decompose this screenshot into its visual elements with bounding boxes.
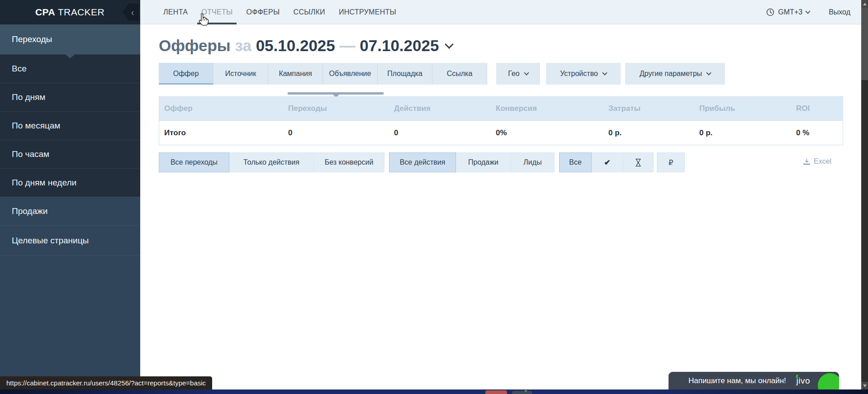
- tab-label: Кампания: [279, 70, 312, 78]
- tab-istochnik[interactable]: Источник: [213, 63, 268, 85]
- totals-label: Итого: [159, 128, 283, 138]
- sidebar-item-label: По дням недели: [12, 178, 76, 188]
- filter-label: Все действия: [400, 158, 446, 166]
- tab-offer[interactable]: Оффер: [159, 63, 213, 85]
- sidebar-item-po-dnyam[interactable]: По дням: [0, 83, 140, 111]
- chat-message: Напишите нам, мы онлайн!: [688, 376, 786, 385]
- dropdown-drugie-parametry[interactable]: Другие параметры: [625, 63, 725, 85]
- sidebar-header: CPA TRACKER ‹: [0, 0, 140, 24]
- scrollbar-thumb[interactable]: [861, 8, 868, 80]
- top-navigation: ЛЕНТА ОТЧЕТЫ ОФФЕРЫ ССЫЛКИ ИНСТРУМЕНТЫ: [157, 0, 403, 24]
- filter-lidy[interactable]: Лиды: [511, 152, 555, 172]
- sidebar-item-prodazhi[interactable]: Продажи: [0, 197, 140, 225]
- tab-ploschadka[interactable]: Площадка: [378, 63, 432, 85]
- chevron-down-icon: [602, 70, 607, 75]
- filter-vse-deystviya[interactable]: Все действия: [389, 152, 456, 172]
- filter-vse-perekhody[interactable]: Все переходы: [159, 152, 229, 172]
- filter-status-vse[interactable]: Все: [559, 152, 592, 172]
- column-header-roi[interactable]: ROI: [791, 104, 843, 113]
- filter-tolko-deystviya[interactable]: Только действия: [229, 152, 314, 172]
- column-header-offer[interactable]: Оффер: [159, 104, 283, 113]
- filter-label: Лиды: [523, 158, 541, 166]
- filter-label: Все: [569, 158, 582, 166]
- totals-pribyl: 0 р.: [694, 128, 791, 138]
- taskbar-gray-button[interactable]: [512, 391, 532, 394]
- date-to[interactable]: 07.10.2025: [360, 37, 439, 54]
- report-table: Оффер Переходы Действия Конверсия Затрат…: [159, 96, 843, 145]
- taskbar-green-dot: [525, 390, 527, 392]
- sidebar-item-perekhody[interactable]: Переходы: [0, 24, 140, 54]
- nav-label: ССЫЛКИ: [294, 8, 325, 16]
- nav-item-instrumenty[interactable]: ИНСТРУМЕНТЫ: [332, 0, 403, 24]
- filter-status-pending[interactable]: [623, 152, 654, 172]
- sidebar-item-label: По часам: [12, 149, 49, 159]
- tab-ssylka[interactable]: Ссылка: [432, 63, 487, 85]
- totals-roi: 0 %: [791, 128, 843, 138]
- logout-link[interactable]: Выход: [829, 8, 850, 16]
- dropdown-ustroystvo[interactable]: Устройство: [546, 63, 621, 85]
- status-url-text: https://cabinet.cpatracker.ru/users/4825…: [6, 379, 206, 387]
- tab-kampaniya[interactable]: Кампания: [268, 63, 323, 85]
- scrollbar-up-button[interactable]: [861, 0, 868, 8]
- column-header-zatraty[interactable]: Затраты: [603, 104, 694, 113]
- sidebar-item-vse[interactable]: Все: [0, 54, 140, 83]
- date-from[interactable]: 05.10.2025: [256, 37, 335, 54]
- title-entity: Офферы: [159, 37, 231, 54]
- sort-indicator: [288, 92, 384, 95]
- dropdown-geo[interactable]: Гео: [496, 63, 540, 85]
- totals-zatraty: 0 р.: [603, 128, 694, 138]
- sidebar-item-po-dnyam-nedeli[interactable]: По дням недели: [0, 168, 140, 197]
- browser-scrollbar[interactable]: [861, 0, 868, 394]
- check-icon: ✔: [604, 158, 610, 167]
- sidebar-item-label: По месяцам: [12, 121, 60, 131]
- timezone-selector[interactable]: GMT+3: [766, 8, 810, 16]
- tab-obyavlenie[interactable]: Объявление: [323, 63, 378, 85]
- logout-label: Выход: [829, 8, 850, 16]
- tab-label: Объявление: [329, 70, 371, 78]
- filter-bar: Все переходы Только действия Без конверс…: [159, 152, 685, 172]
- nav-label: ЛЕНТА: [163, 8, 188, 16]
- triangle-down-icon: [863, 385, 867, 387]
- filter-prodazhi[interactable]: Продажи: [455, 152, 511, 172]
- app-logo: CPA TRACKER: [35, 7, 104, 18]
- logo-rest: TRACKER: [55, 7, 104, 17]
- nav-item-offery[interactable]: ОФФЕРЫ: [239, 0, 286, 24]
- nav-item-otchety[interactable]: ОТЧЕТЫ: [194, 0, 239, 24]
- topbar: ЛЕНТА ОТЧЕТЫ ОФФЕРЫ ССЫЛКИ ИНСТРУМЕНТЫ G…: [140, 0, 861, 24]
- rouble-icon: ₽: [669, 158, 673, 167]
- status-filter-group: Все ✔: [559, 152, 654, 172]
- nav-item-lenta[interactable]: ЛЕНТА: [157, 0, 194, 24]
- nav-label: ОФФЕРЫ: [246, 8, 280, 16]
- taskbar-red-button[interactable]: [485, 390, 507, 394]
- scrollbar-down-button[interactable]: [861, 382, 868, 389]
- filter-status-approved[interactable]: ✔: [591, 152, 623, 172]
- filter-label: Все переходы: [171, 158, 218, 166]
- date-range-chevron-icon[interactable]: [445, 40, 454, 49]
- sidebar-item-celevye-stranicy[interactable]: Целевые страницы: [0, 225, 140, 256]
- chevron-left-icon: ‹: [131, 7, 134, 18]
- nav-item-ssylki[interactable]: ССЫЛКИ: [287, 0, 332, 24]
- filter-currency-rouble[interactable]: ₽: [657, 152, 685, 172]
- totals-konversiya: 0%: [491, 128, 603, 138]
- filter-label: Без конверсий: [325, 158, 374, 166]
- dropdown-label: Гео: [508, 70, 519, 78]
- column-header-perekhody[interactable]: Переходы: [283, 104, 389, 113]
- sidebar-item-label: По дням: [12, 92, 45, 102]
- sidebar-item-po-mesyacam[interactable]: По месяцам: [0, 111, 140, 140]
- jivo-leaf-icon: [818, 373, 839, 389]
- export-excel-link[interactable]: Excel: [803, 157, 831, 166]
- sidebar-item-label: Целевые страницы: [12, 236, 89, 246]
- column-header-pribyl[interactable]: Прибыль: [694, 104, 791, 113]
- sidebar-item-po-chasam[interactable]: По часам: [0, 140, 140, 168]
- sidebar-collapse-button[interactable]: ‹: [123, 4, 139, 21]
- filter-bez-konversiy[interactable]: Без конверсий: [313, 152, 384, 172]
- chat-widget[interactable]: Напишите нам, мы онлайн! jivo: [669, 372, 839, 389]
- dropdown-label: Другие параметры: [640, 70, 702, 78]
- column-header-konversiya[interactable]: Конверсия: [491, 104, 603, 113]
- traffic-filter-group: Все переходы Только действия Без конверс…: [159, 152, 384, 172]
- sidebar-item-label: Продажи: [12, 206, 47, 216]
- timezone-value: GMT+3: [778, 8, 802, 16]
- tab-label: Источник: [225, 70, 256, 78]
- totals-perekhody: 0: [283, 128, 389, 138]
- column-header-deystviya[interactable]: Действия: [389, 104, 491, 113]
